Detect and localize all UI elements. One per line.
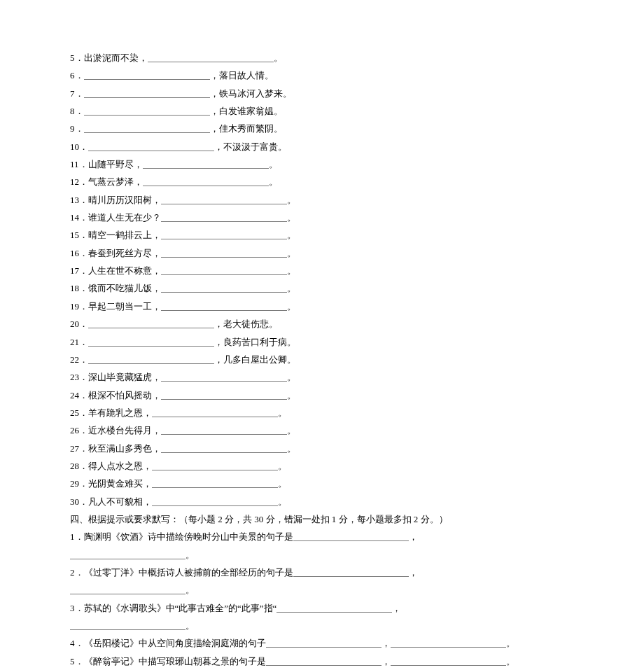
answer-blank[interactable] [161,246,287,257]
answer-blank[interactable] [152,460,278,470]
q-text: 《岳阳楼记》中从空间角度描绘洞庭湖的句子 [84,638,266,648]
answer-blank[interactable] [143,176,269,186]
answer-blank[interactable] [161,371,287,382]
answer-blank[interactable] [161,211,287,222]
answer-blank[interactable] [84,69,210,80]
section4-item: 4．《岳阳楼记》中从空间角度描绘洞庭湖的句子，。 [70,634,574,652]
answer-blank[interactable] [391,637,506,648]
item-pre: 早起二朝当一工， [88,301,161,312]
item-number: 13． [70,195,88,205]
item-pre: 山随平野尽， [88,159,143,169]
item-post: ，几多白屋出公卿。 [214,354,296,365]
item-number: 7． [70,88,84,99]
item-number: 10． [70,141,88,152]
answer-blank[interactable] [88,140,214,151]
answer-blank[interactable] [266,655,382,665]
item-number: 23． [70,372,88,382]
item-post: 。 [287,248,296,258]
answer-blank[interactable] [84,87,210,97]
answer-blank[interactable] [161,193,287,204]
terminator: 。 [186,550,195,560]
item-number: 12． [70,176,88,187]
q-number: 5． [70,656,84,666]
q-number: 1． [70,531,84,542]
item-post: 。 [287,390,296,400]
separator: ， [409,531,418,542]
answer-blank[interactable] [161,424,287,435]
item-number: 30． [70,496,88,507]
item-pre: 晴川历历汉阳树， [88,195,161,205]
answer-blank[interactable] [84,123,210,133]
answer-blank[interactable] [276,601,392,612]
item-number: 25． [70,407,88,418]
answer-blank[interactable] [293,531,409,541]
separator: ， [382,656,391,666]
item-pre: 气蒸云梦泽， [88,176,143,187]
fill-item: 7．，铁马冰河入梦来。 [70,85,574,102]
section4-item: 3．苏轼的《水调歌头》中“此事古难全”的“此事”指“， [70,599,574,617]
fill-item: 10．，不汲汲于富贵。 [70,138,574,155]
fill-item: 16．春蚕到死丝方尽，。 [70,244,574,262]
item-post: ，不汲汲于富贵。 [214,141,287,152]
item-number: 28． [70,461,88,471]
item-number: 14． [70,212,88,223]
q-number: 3． [70,603,84,613]
section4-item: 2．《过零丁洋》中概括诗人被捕前的全部经历的句子是， [70,564,574,581]
fill-item: 29．光阴黄金难买，。 [70,475,574,492]
answer-blank[interactable] [88,318,214,328]
answer-blank[interactable] [70,584,186,594]
fill-item: 17．人生在世不称意，。 [70,262,574,279]
answer-blank[interactable] [293,566,409,577]
item-number: 21． [70,337,88,347]
item-post: ，良药苦口利于病。 [214,337,296,347]
fill-item: 26．近水楼台先得月，。 [70,421,574,439]
fill-item: 27．秋至满山多秀色，。 [70,440,574,457]
fill-item: 19．早起二朝当一工，。 [70,298,574,315]
item-pre: 饿而不吃猫儿饭， [88,283,161,293]
item-pre: 近水楼台先得月， [88,425,161,435]
answer-blank[interactable] [152,407,278,417]
item-post: 。 [287,425,296,435]
item-post: 。 [287,265,296,276]
separator: ， [382,638,391,648]
answer-blank[interactable] [391,655,506,665]
item-number: 6． [70,70,84,81]
section4-item: 5．《醉翁亭记》中描写琅琊山朝暮之景的句子是，。 [70,652,574,670]
terminator: 。 [186,585,195,595]
answer-blank[interactable] [266,637,382,648]
answer-blank[interactable] [161,389,287,399]
answer-blank[interactable] [161,300,287,311]
fill-item: 20．，老大徒伤悲。 [70,315,574,333]
answer-blank[interactable] [88,354,214,364]
item-post: ，老大徒伤悲。 [214,319,278,329]
item-post: 。 [287,230,296,240]
section4-item-cont: 。 [70,546,574,564]
answer-blank[interactable] [88,335,214,346]
fill-item: 5．出淤泥而不染，。 [70,49,574,67]
answer-blank[interactable] [148,52,274,62]
item-pre: 春蚕到死丝方尽， [88,248,161,258]
q-text: 《过零丁洋》中概括诗人被捕前的全部经历的句子是 [84,567,293,578]
fill-item: 12．气蒸云梦泽，。 [70,173,574,190]
item-post: 。 [287,212,296,223]
answer-blank[interactable] [161,265,287,275]
section4-item: 1．陶渊明《饮酒》诗中描绘傍晚时分山中美景的句子是， [70,528,574,545]
q-text: 苏轼的《水调歌头》中“此事古难全”的“此事”指“ [84,603,277,613]
item-number: 8． [70,106,84,116]
answer-blank[interactable] [84,105,210,116]
answer-blank[interactable] [70,548,186,559]
answer-blank[interactable] [152,495,278,505]
answer-blank[interactable] [161,282,287,293]
item-pre: 羊有跪乳之恩， [88,407,152,418]
fill-item: 18．饿而不吃猫儿饭，。 [70,279,574,297]
item-number: 5． [70,53,84,63]
answer-blank[interactable] [143,158,269,169]
item-pre: 得人点水之恩， [88,461,152,471]
answer-blank[interactable] [161,229,287,239]
item-pre: 光阴黄金难买， [88,478,152,489]
answer-blank[interactable] [152,477,278,488]
fill-item: 8．，白发谁家翁媪。 [70,102,574,120]
answer-blank[interactable] [70,620,186,630]
item-post: 。 [287,443,296,454]
answer-blank[interactable] [161,442,287,452]
